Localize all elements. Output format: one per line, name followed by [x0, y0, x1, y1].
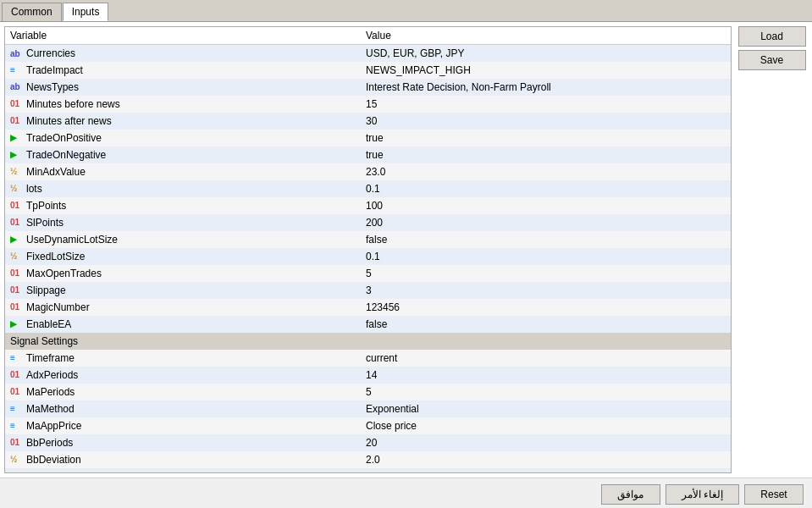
value-cell: 5	[361, 384, 731, 400]
value-cell: USD, EUR, GBP, JPY	[361, 45, 731, 62]
table-container[interactable]: Variable Value abCurrenciesUSD, EUR, GBP…	[4, 26, 732, 473]
variable-cell: ≡TradeImpact	[5, 62, 361, 79]
table-row: ≡MaAppPriceClose price	[5, 417, 731, 434]
value-cell: 0.1	[361, 180, 731, 197]
value-cell: 23.0	[361, 163, 731, 180]
variable-cell: ≡MaAppPrice	[5, 417, 361, 434]
table-row: 01MaPeriods5	[5, 384, 731, 400]
variable-cell: 01Slippage	[5, 282, 361, 299]
table-row: ▶TradeOnNegativetrue	[5, 146, 731, 163]
variable-cell: ▶UseDynamicLotSize	[5, 231, 361, 248]
table-row: 01Slippage3	[5, 282, 731, 299]
table-row: 01BbPeriods20	[5, 434, 731, 451]
value-cell: 123456	[361, 299, 731, 316]
value-cell: false	[361, 316, 731, 333]
table-row: ▶UseDynamicLotSizefalse	[5, 231, 731, 248]
value-cell: Exponential	[361, 400, 731, 417]
table-row: ▶EnableEAfalse	[5, 316, 731, 333]
value-cell: 200	[361, 214, 731, 231]
value-cell: 14	[361, 367, 731, 384]
table-row: ≡MaMethodExponential	[5, 400, 731, 417]
table-row: 01Minutes after news30	[5, 113, 731, 130]
table-row: abNewsTypesInterest Rate Decision, Non-F…	[5, 79, 731, 96]
value-cell: 0.1	[361, 248, 731, 265]
variable-cell: 01Minutes before news	[5, 96, 361, 113]
variable-cell: ½lots	[5, 180, 361, 197]
table-row: ½MinAdxValue23.0	[5, 163, 731, 180]
value-cell: Close price	[361, 417, 731, 434]
variable-cell: 01BbPeriods	[5, 434, 361, 451]
value-cell: current	[361, 350, 731, 367]
value-cell: 100	[361, 197, 731, 214]
load-button[interactable]: Load	[738, 26, 806, 47]
variable-cell: ½BbDeviation	[5, 451, 361, 468]
variable-cell: ½FixedLotSize	[5, 248, 361, 265]
table-row: ½FixedLotSize0.1	[5, 248, 731, 265]
variable-cell: ≡BbAppPrice	[5, 468, 361, 474]
table-row: ≡Timeframecurrent	[5, 350, 731, 367]
variable-cell: 01MaxOpenTrades	[5, 265, 361, 282]
variable-cell: ▶TradeOnNegative	[5, 146, 361, 163]
variable-cell: abCurrencies	[5, 45, 361, 62]
value-cell: 15	[361, 96, 731, 113]
variable-cell: 01SlPoints	[5, 214, 361, 231]
value-cell: Close price	[361, 468, 731, 474]
table-row: 01TpPoints100	[5, 197, 731, 214]
cancel-button[interactable]: إلغاء الأمر	[666, 484, 739, 505]
variable-cell: ½MinAdxValue	[5, 163, 361, 180]
variable-cell: ▶TradeOnPositive	[5, 130, 361, 146]
value-cell: false	[361, 231, 731, 248]
variable-cell: abNewsTypes	[5, 79, 361, 96]
reset-button[interactable]: Reset	[744, 484, 804, 505]
save-button[interactable]: Save	[738, 50, 806, 70]
table-header-row: Variable Value	[5, 27, 731, 45]
table-row: abCurrenciesUSD, EUR, GBP, JPY	[5, 45, 731, 62]
tab-inputs[interactable]: Inputs	[63, 3, 109, 21]
ok-button[interactable]: موافق	[601, 484, 660, 505]
table-row: ½lots0.1	[5, 180, 731, 197]
section-label: Signal Settings	[5, 333, 731, 350]
value-cell: 5	[361, 265, 731, 282]
table-row: ≡TradeImpactNEWS_IMPACT_HIGH	[5, 62, 731, 79]
variable-cell: 01MagicNumber	[5, 299, 361, 316]
variable-cell: 01AdxPeriods	[5, 367, 361, 384]
table-row: Signal Settings	[5, 333, 731, 350]
variable-cell: ▶EnableEA	[5, 316, 361, 333]
variable-cell: 01Minutes after news	[5, 113, 361, 130]
variable-cell: 01TpPoints	[5, 197, 361, 214]
value-cell: Interest Rate Decision, Non-Farm Payroll	[361, 79, 731, 96]
value-cell: 30	[361, 113, 731, 130]
variable-cell: ≡Timeframe	[5, 350, 361, 367]
variable-cell: ≡MaMethod	[5, 400, 361, 417]
variable-cell: 01MaPeriods	[5, 384, 361, 400]
side-buttons: Load Save	[736, 22, 812, 478]
table-row: ≡BbAppPriceClose price	[5, 468, 731, 474]
params-table: Variable Value abCurrenciesUSD, EUR, GBP…	[5, 27, 731, 473]
table-row: ½BbDeviation2.0	[5, 451, 731, 468]
table-row: 01MagicNumber123456	[5, 299, 731, 316]
table-row: 01SlPoints200	[5, 214, 731, 231]
value-cell: 3	[361, 282, 731, 299]
tabs-bar: Common Inputs	[0, 0, 812, 22]
value-cell: true	[361, 146, 731, 163]
table-row: 01Minutes before news15	[5, 96, 731, 113]
header-value: Value	[361, 27, 731, 45]
bottom-bar: موافق إلغاء الأمر Reset	[0, 478, 812, 508]
value-cell: 20	[361, 434, 731, 451]
table-row: 01MaxOpenTrades5	[5, 265, 731, 282]
table-row: 01AdxPeriods14	[5, 367, 731, 384]
value-cell: NEWS_IMPACT_HIGH	[361, 62, 731, 79]
main-content: Variable Value abCurrenciesUSD, EUR, GBP…	[0, 22, 812, 478]
table-row: ▶TradeOnPositivetrue	[5, 130, 731, 146]
table-body: abCurrenciesUSD, EUR, GBP, JPY≡TradeImpa…	[5, 45, 731, 474]
value-cell: 2.0	[361, 451, 731, 468]
header-variable: Variable	[5, 27, 361, 45]
tab-common[interactable]: Common	[2, 3, 62, 21]
value-cell: true	[361, 130, 731, 146]
